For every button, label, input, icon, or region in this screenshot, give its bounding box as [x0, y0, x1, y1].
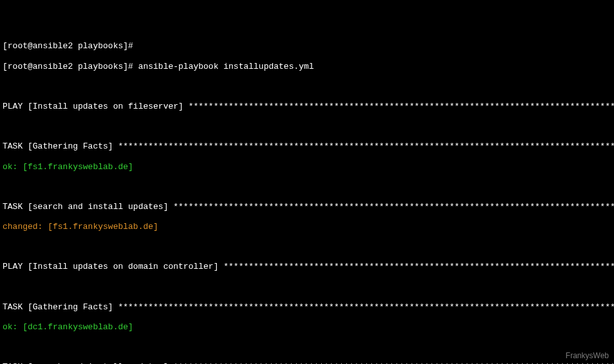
ok-line: ok: [fs1.frankysweblab.de] [3, 162, 611, 172]
ok-line: ok: [dc1.frankysweblab.de] [3, 322, 611, 332]
watermark: FrankysWeb [566, 351, 609, 360]
command-line[interactable]: [root@ansible2 playbooks]# ansible-playb… [3, 62, 611, 72]
play-header: PLAY [Install updates on fileserver] ***… [3, 102, 611, 112]
changed-line: changed: [fs1.frankysweblab.de] [3, 222, 611, 232]
task-header: TASK [Gathering Facts] *****************… [3, 302, 611, 313]
play-header: PLAY [Install updates on domain controll… [3, 262, 611, 272]
prompt-line: [root@ansible2 playbooks]# [3, 41, 611, 51]
task-header: TASK [Gathering Facts] *****************… [3, 141, 611, 152]
task-header: TASK [search and install updates] ******… [3, 202, 611, 212]
